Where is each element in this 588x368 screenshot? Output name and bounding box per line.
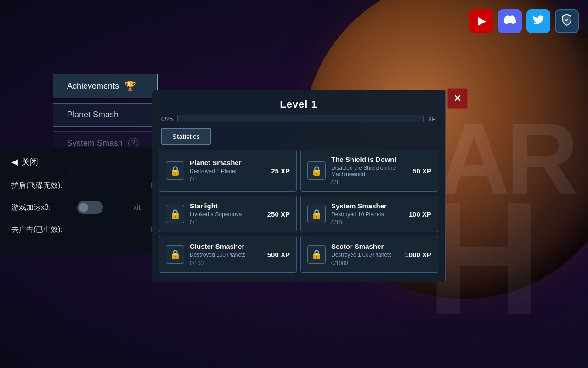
ach-xp-2: 50 XP: [413, 167, 431, 175]
ach-name-3: Starlight: [190, 202, 262, 210]
close-icon: ✕: [453, 92, 462, 104]
achievement-info-6: Sector Smasher Destroyed 1,000 Planets 0…: [331, 242, 399, 266]
youtube-icon: ▶: [478, 15, 486, 27]
menu-item-planet-smash[interactable]: Planet Smash: [53, 103, 158, 126]
planet-smash-label: Planet Smash: [67, 110, 119, 120]
achievement-starlight: 🔒 Starlight Invoked a Supernova 0/1 250 …: [159, 196, 297, 232]
ach-progress-6: 0/1000: [331, 260, 399, 266]
achievement-sector-smasher: 🔒 Sector Smasher Destroyed 1,000 Planets…: [300, 236, 438, 273]
ach-xp-1: 25 XP: [271, 167, 290, 175]
lock-icon-5: 🔒: [166, 245, 184, 264]
shield-icon: [561, 13, 572, 29]
svg-point-6: [91, 69, 92, 69]
ach-xp-5: 500 XP: [267, 251, 290, 259]
achievement-info-3: Starlight Invoked a Supernova 0/1: [190, 202, 262, 226]
discord-icon: [504, 14, 516, 29]
ach-progress-3: 0/1: [190, 219, 262, 226]
achievement-info-1: Planet Smasher Destroyed 1 Planet 0/1: [190, 159, 266, 183]
statistics-tab-label: Statistics: [172, 132, 200, 140]
ach-xp-6: 1000 XP: [405, 251, 431, 259]
ach-name-6: Sector Smasher: [331, 242, 399, 250]
back-arrow-icon: ◀: [11, 157, 18, 167]
system-smash-label: System Smash: [67, 138, 123, 148]
ach-progress-2: 0/1: [331, 179, 407, 186]
speed-setting-label: 游戏加速x3:: [11, 203, 51, 213]
modal-tabs: Statistics: [152, 128, 445, 150]
svg-point-0: [23, 36, 23, 37]
question-icon-1: ?: [128, 138, 138, 148]
twitter-button[interactable]: [526, 9, 550, 33]
ach-name-5: Cluster Smasher: [190, 242, 262, 250]
ach-name-2: The Shield is Down!: [331, 155, 407, 163]
ach-name-4: System Smasher: [331, 202, 403, 210]
ach-desc-1: Destroyed 1 Planet: [190, 168, 266, 174]
achievement-cluster-smasher: 🔒 Cluster Smasher Destroyed 100 Planets …: [159, 236, 297, 273]
ach-progress-5: 0/100: [190, 260, 262, 266]
lock-icon-2: 🔒: [307, 161, 326, 180]
shield-setting-label: 护盾(飞碟无效):: [11, 181, 62, 190]
ach-progress-4: 0/10: [331, 219, 403, 226]
achievement-info-5: Cluster Smasher Destroyed 100 Planets 0/…: [190, 242, 262, 266]
youtube-button[interactable]: ▶: [469, 9, 493, 33]
discord-button[interactable]: [498, 9, 522, 33]
achievement-info-2: The Shield is Down! Disabled the Shield …: [331, 155, 407, 186]
achievement-shield-down: 🔒 The Shield is Down! Disabled the Shiel…: [300, 150, 438, 192]
achievement-grid: 🔒 Planet Smasher Destroyed 1 Planet 0/1 …: [152, 150, 445, 277]
no-ads-setting-label: 去广告(已生效):: [11, 225, 62, 235]
menu-item-achievements[interactable]: Achievements 🏆: [53, 74, 158, 98]
ach-desc-5: Destroyed 100 Planets: [190, 252, 262, 258]
ach-progress-1: 0/1: [190, 176, 266, 183]
xp-current: 0/25: [161, 115, 173, 122]
stars-decoration: [0, 0, 138, 69]
social-bar: ▶: [469, 9, 579, 33]
modal-title: Level 1: [161, 98, 436, 110]
privacy-shield-button[interactable]: [555, 9, 579, 33]
statistics-tab[interactable]: Statistics: [161, 128, 211, 145]
achievement-modal: ✕ Level 1 0/25 XP Statistics 🔒 Planet Sm…: [152, 90, 446, 282]
twitter-icon: [533, 14, 544, 28]
ach-desc-6: Destroyed 1,000 Planets: [331, 252, 399, 258]
modal-header: Level 1: [152, 90, 445, 115]
close-label: 关闭: [22, 156, 38, 167]
ach-desc-3: Invoked a Supernova: [190, 211, 262, 218]
ach-xp-3: 250 XP: [267, 210, 290, 218]
lock-icon-3: 🔒: [166, 205, 184, 223]
lock-icon-4: 🔒: [307, 205, 326, 223]
modal-close-button[interactable]: ✕: [447, 88, 468, 109]
xp-label: XP: [428, 115, 436, 122]
ach-xp-4: 100 XP: [409, 210, 431, 218]
exit-label: xit: [133, 203, 141, 212]
achievement-planet-smasher: 🔒 Planet Smasher Destroyed 1 Planet 0/1 …: [159, 150, 297, 192]
speed-toggle[interactable]: [77, 201, 103, 214]
ach-desc-4: Destroyed 10 Planets: [331, 211, 403, 218]
ach-desc-2: Disabled the Shield on the Machineworld: [331, 165, 407, 178]
achievement-system-smasher: 🔒 System Smasher Destroyed 10 Planets 0/…: [300, 196, 438, 232]
xp-progress-bar: [177, 115, 423, 122]
ach-name-1: Planet Smasher: [190, 159, 266, 167]
lock-icon-6: 🔒: [307, 245, 326, 264]
xp-bar-row: 0/25 XP: [152, 115, 445, 128]
trophy-icon: 🏆: [124, 80, 136, 92]
achievement-info-4: System Smasher Destroyed 10 Planets 0/10: [331, 202, 403, 226]
lock-icon-1: 🔒: [166, 161, 184, 180]
achievements-label: Achievements: [67, 81, 119, 91]
